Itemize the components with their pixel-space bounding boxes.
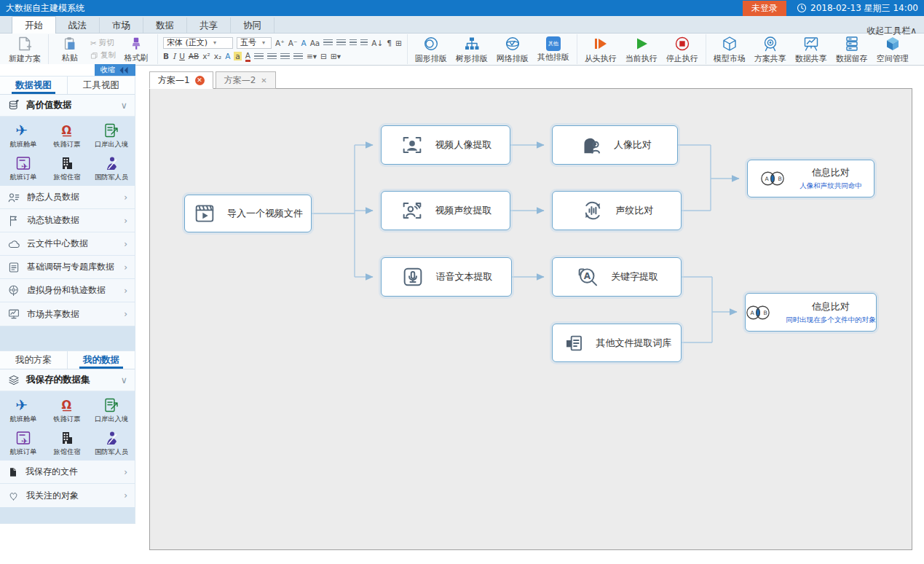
canvas-tab-plan-1[interactable]: 方案—1 ✕ (149, 71, 213, 89)
ribbon-tab-share[interactable]: 共享 (187, 17, 231, 33)
sort-icon[interactable]: A↓ (371, 39, 383, 47)
dataset-flight-order[interactable]: 航班订单 (1, 152, 45, 183)
line-spacing-icon[interactable]: ≡▾ (307, 52, 317, 60)
dataset-flight-manifest[interactable]: 航班舱单 (1, 120, 45, 150)
dataset-hotel-stay[interactable]: 旅馆住宿 (45, 152, 89, 183)
plan-share-button[interactable]: 方案共享 (752, 35, 789, 64)
ribbon-tab-data[interactable]: 数据 (143, 17, 187, 33)
ribbon-tab-tactics[interactable]: 战法 (56, 17, 100, 33)
number-list-icon[interactable] (336, 39, 346, 46)
cut-button[interactable]: ✂剪切 (90, 38, 116, 48)
shrink-font-button[interactable]: A⁻ (288, 39, 298, 47)
model-market-button[interactable]: 模型市场 (711, 35, 748, 64)
align-center-icon[interactable] (267, 53, 277, 60)
bullet-list-icon[interactable] (323, 39, 333, 46)
copy-button[interactable]: 复制 (90, 50, 116, 60)
canvas-tab-plan-2[interactable]: 方案—2 ✕ (216, 71, 276, 89)
dataset-border-entry[interactable]: 口岸出入境 (90, 394, 133, 425)
font-size-select[interactable]: 五号▾ (237, 37, 272, 49)
dataset-railway-ticket[interactable]: 铁路订票 (45, 394, 89, 425)
align-left-icon[interactable] (254, 53, 264, 60)
stop-exec-button[interactable]: 停止执行 (664, 35, 700, 64)
login-status-badge[interactable]: 未登录 (743, 1, 786, 16)
align-right-icon[interactable] (280, 53, 290, 60)
new-plan-button[interactable]: 新建方案 (7, 35, 43, 64)
bold-button[interactable]: B (163, 52, 169, 60)
change-case-button[interactable]: Aa (310, 39, 320, 47)
svg-text:B: B (764, 309, 767, 316)
format-painter-button[interactable]: 格式刷 (120, 36, 152, 63)
network-layout-button[interactable]: 网络排版 (494, 35, 531, 64)
flow-node-info-compare-2[interactable]: AB 信息比对 同时出现在多个文件中的对象 (745, 293, 877, 332)
subscript-button[interactable]: x₂ (214, 52, 221, 60)
dataset-military-personnel[interactable]: 国防军人员 (90, 427, 133, 458)
category-cloud-file-data[interactable]: 云文件中心数据› (0, 232, 135, 256)
paste-button[interactable]: 粘贴 (54, 36, 86, 63)
flow-node-voiceprint-compare[interactable]: 声纹比对 (552, 191, 682, 230)
text-effects-button[interactable]: A (301, 39, 306, 47)
tab-my-data[interactable]: 我的数据 (67, 351, 135, 369)
indent-increase-icon[interactable] (360, 39, 368, 46)
flow-node-info-compare-1[interactable]: AB 信息比对 人像和声纹共同命中 (747, 160, 874, 197)
tab-data-view[interactable]: 数据视图 (0, 77, 67, 94)
ribbon-tab-market[interactable]: 市场 (100, 17, 143, 33)
model-market-icon (721, 35, 738, 52)
tree-layout-button[interactable]: 树形排版 (454, 35, 490, 64)
data-retention-button[interactable]: 数据留存 (834, 35, 870, 64)
flow-canvas[interactable]: 导入一个视频文件 视频人像提取 视频声纹提取 语音文本提取 人像比对 (149, 88, 912, 550)
italic-button[interactable]: I (173, 52, 175, 60)
section-saved-datasets[interactable]: 我保存的数据集 ∨ (0, 369, 135, 391)
item-my-saved-files[interactable]: 我保存的文件› (0, 461, 135, 484)
category-survey-library-data[interactable]: 基础调研与专题库数据› (0, 256, 135, 279)
other-layout-button[interactable]: 其他 其他排版 (535, 36, 572, 63)
data-share-button[interactable]: 数据共享 (793, 35, 829, 64)
dataset-flight-manifest[interactable]: 航班舱单 (1, 394, 45, 425)
superscript-button[interactable]: x² (202, 52, 210, 60)
circular-layout-button[interactable]: 圆形排版 (413, 35, 449, 64)
highlight-color-button[interactable]: a (234, 52, 241, 60)
sidebar-collapse-button[interactable]: 收缩 (95, 64, 135, 76)
item-my-followed-objects[interactable]: 我关注的对象› (0, 484, 135, 507)
shading-icon[interactable]: ⊟ (320, 52, 327, 60)
paragraph-mark-icon[interactable]: ¶ (387, 39, 392, 47)
space-manage-button[interactable]: 空间管理 (874, 35, 911, 64)
dataset-military-personnel[interactable]: 国防军人员 (90, 152, 133, 183)
category-static-person-data[interactable]: 静态人员数据› (0, 186, 135, 209)
indent-decrease-icon[interactable] (350, 39, 357, 46)
ribbon-tab-collab[interactable]: 协同 (231, 17, 275, 33)
text-outline-button[interactable]: A (225, 52, 230, 60)
close-icon[interactable]: ✕ (261, 77, 266, 85)
strikethrough-button[interactable]: AB (189, 52, 199, 60)
dataset-border-entry[interactable]: 口岸出入境 (90, 120, 133, 150)
align-justify-icon[interactable] (293, 53, 303, 60)
canvas-tab-label: 方案—2 (224, 74, 256, 87)
flow-node-face-compare[interactable]: 人像比对 (552, 125, 678, 165)
flow-node-other-file-lexicon[interactable]: 其他文件提取词库 (552, 324, 682, 362)
table-icon[interactable]: ⊞ (395, 39, 402, 47)
tab-my-plans[interactable]: 我的方案 (0, 351, 67, 369)
category-market-shared-data[interactable]: 市场共享数据› (0, 302, 135, 326)
dataset-hotel-stay[interactable]: 旅馆住宿 (45, 427, 89, 458)
category-virtual-identity-data[interactable]: 虚拟身份和轨迹数据› (0, 279, 135, 302)
dataset-flight-order[interactable]: 航班订单 (1, 427, 45, 458)
underline-button[interactable]: U (179, 52, 185, 60)
section-high-value-data[interactable]: 高价值数据 ∨ (0, 95, 135, 117)
flow-node-video-voiceprint-extract[interactable]: 视频声纹提取 (381, 191, 510, 230)
close-circle-icon[interactable]: ✕ (195, 76, 205, 85)
font-color-button[interactable]: A (245, 51, 250, 62)
borders-icon[interactable]: ⊞▾ (331, 52, 341, 60)
tab-tool-view[interactable]: 工具视图 (67, 77, 135, 94)
font-family-select[interactable]: 宋体 (正文)▾ (163, 37, 233, 49)
run-from-start-button[interactable]: 从头执行 (583, 35, 619, 64)
flow-node-speech-text-extract[interactable]: 语音文本提取 (381, 257, 512, 297)
run-current-button[interactable]: 当前执行 (623, 35, 660, 64)
flow-node-keyword-extract[interactable]: A 关键字提取 (552, 257, 682, 297)
dataset-railway-ticket[interactable]: 铁路订票 (45, 120, 89, 150)
flow-node-import-video-file[interactable]: 导入一个视频文件 (184, 195, 312, 232)
ribbon-tab-start[interactable]: 开始 (12, 16, 56, 34)
collapse-toolbar-button[interactable]: 收起工具栏∧ (866, 25, 917, 37)
chevron-right-icon: › (124, 309, 127, 319)
category-dynamic-track-data[interactable]: 动态轨迹数据› (0, 209, 135, 232)
grow-font-button[interactable]: A⁺ (275, 39, 285, 47)
flow-node-video-face-extract[interactable]: 视频人像提取 (381, 125, 510, 165)
